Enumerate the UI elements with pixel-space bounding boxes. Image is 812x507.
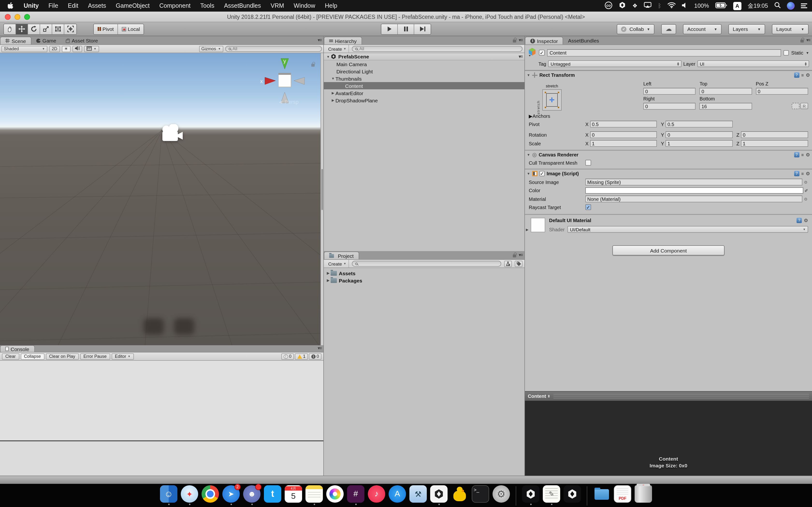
color-swatch[interactable] — [585, 187, 804, 193]
help-icon[interactable]: ? — [794, 72, 800, 78]
presets-icon[interactable]: ≡ — [801, 73, 804, 77]
dock-spark-mail[interactable]: ➤2 — [222, 485, 240, 505]
hierarchy-item-directional-light[interactable]: Directional Light — [324, 68, 524, 75]
dock-chrome[interactable] — [201, 485, 219, 503]
dock-terminal[interactable]: >_ — [471, 485, 490, 503]
tab-console[interactable]: Console — [0, 345, 35, 352]
dock-slack[interactable]: # — [347, 485, 365, 505]
bottom-field[interactable]: 16 — [700, 103, 752, 110]
rotate-tool-button[interactable] — [28, 24, 40, 34]
step-button[interactable] — [414, 24, 430, 34]
scale-x-field[interactable]: 1 — [590, 140, 657, 147]
pause-button[interactable] — [398, 24, 414, 34]
account-dropdown[interactable]: Account▼ — [683, 24, 722, 34]
scene-row-menu-icon[interactable]: ▾≡ — [519, 54, 522, 59]
console-info-filter[interactable]: !0 — [281, 353, 294, 359]
static-dropdown-icon[interactable]: ▼ — [806, 51, 809, 54]
pivot-y-field[interactable]: 0.5 — [666, 121, 732, 127]
component-expander-icon[interactable]: ▼ — [527, 153, 530, 157]
project-folder-assets[interactable]: ▶Assets — [324, 270, 524, 277]
hierarchy-item-content[interactable]: Content — [324, 82, 524, 89]
tab-asset-store[interactable]: Asset Store — [61, 37, 103, 44]
menu-window[interactable]: Window — [289, 2, 320, 9]
local-toggle-button[interactable]: Local — [118, 24, 144, 34]
collab-dropdown[interactable]: ✓Collab▼ — [617, 24, 654, 34]
tag-dropdown[interactable]: Untagged — [548, 60, 681, 67]
console-panel-menu-icon[interactable]: ▾≡ — [317, 346, 321, 350]
project-create-dropdown[interactable]: Create▼ — [326, 260, 349, 268]
material-expander-icon[interactable]: ▶ — [526, 228, 528, 232]
battery-icon[interactable] — [715, 2, 727, 9]
left-field[interactable]: 0 — [643, 88, 696, 95]
dock-cyberduck[interactable] — [451, 485, 469, 503]
help-icon[interactable]: ? — [794, 171, 800, 176]
tidal-icon[interactable]: ❖ — [632, 2, 638, 9]
creative-cloud-icon[interactable]: co — [605, 1, 613, 10]
hierarchy-create-dropdown[interactable]: Create▼ — [326, 45, 349, 53]
presets-icon[interactable]: ≡ — [801, 152, 804, 157]
hierarchy-item-avatareditor[interactable]: ▶AvatarEditor — [324, 89, 524, 97]
component-expander-icon[interactable]: ▼ — [527, 172, 530, 175]
volume-icon[interactable] — [682, 2, 688, 9]
presets-icon[interactable]: ≡ — [801, 171, 804, 176]
static-checkbox[interactable] — [783, 50, 789, 55]
hierarchy-item-thumbnails[interactable]: ▼Thumbnails — [324, 75, 524, 82]
bluetooth-icon[interactable]: ᛒ — [658, 2, 661, 9]
inspector-panel-menu-icon[interactable]: ▾≡ — [806, 38, 810, 43]
zoom-button[interactable] — [24, 14, 30, 20]
hierarchy-item-main-camera[interactable]: Main Camera — [324, 60, 524, 68]
raycast-target-checkbox[interactable]: ✓ — [585, 204, 591, 210]
menu-tools[interactable]: Tools — [196, 2, 219, 9]
expander-icon[interactable]: ▶ — [326, 278, 331, 282]
menu-unity[interactable]: Unity — [19, 2, 44, 9]
siri-icon[interactable] — [787, 2, 795, 10]
object-picker-icon[interactable]: ⊙ — [803, 179, 808, 185]
spotlight-search-icon[interactable] — [774, 2, 780, 10]
preview-header[interactable]: Content⇕ — [525, 391, 812, 401]
cloud-button[interactable]: ☁ — [661, 24, 676, 34]
tab-scene[interactable]: Scene — [0, 37, 32, 44]
rotation-x-field[interactable]: 0 — [590, 131, 657, 138]
object-picker-icon[interactable]: ⊙ — [803, 196, 808, 202]
menu-assetbundles[interactable]: AssetBundles — [219, 2, 266, 9]
dock-unity-editor-2[interactable] — [563, 485, 581, 503]
gameobject-cube-icon[interactable] — [528, 47, 537, 58]
hierarchy-lock-icon[interactable] — [513, 39, 516, 42]
console-collapse-toggle[interactable]: Collapse — [20, 353, 44, 359]
dock-finder[interactable]: ☺ — [159, 485, 178, 505]
eyedropper-icon[interactable]: ✐ — [805, 188, 808, 193]
component-expander-icon[interactable]: ▼ — [527, 73, 530, 77]
project-search-input[interactable] — [352, 261, 501, 267]
material-thumbnail[interactable] — [531, 218, 545, 232]
tab-hierarchy[interactable]: Hierarchy — [324, 37, 362, 44]
dock-music[interactable]: ♪ — [367, 485, 386, 503]
dock-xcode[interactable]: ⚒ — [409, 485, 427, 503]
shader-dropdown[interactable]: UI/Default▼ — [568, 226, 808, 233]
preview-drag-handle[interactable] — [553, 394, 809, 398]
2d-toggle-button[interactable]: 2D — [49, 46, 60, 52]
dock-textedit[interactable]: ✎ — [542, 485, 561, 505]
pivot-x-field[interactable]: 0.5 — [590, 121, 657, 127]
hierarchy-panel-menu-icon[interactable]: ▾≡ — [519, 38, 522, 43]
gameobject-name-field[interactable]: Content — [547, 49, 781, 56]
unity-status-icon[interactable] — [619, 1, 626, 10]
console-error-filter[interactable]: !0 — [309, 353, 321, 359]
add-component-button[interactable]: Add Component — [612, 245, 724, 256]
gear-icon[interactable]: ⚙ — [804, 218, 808, 223]
scene-lock-icon[interactable] — [311, 60, 315, 68]
layers-dropdown[interactable]: Layers▼ — [728, 24, 765, 34]
help-icon[interactable]: ? — [797, 218, 802, 223]
hierarchy-item-dropshadowplane[interactable]: ▶DropShadowPlane — [324, 97, 524, 104]
camera-gizmo-icon[interactable] — [159, 124, 185, 144]
menu-help[interactable]: Help — [320, 2, 342, 9]
minimize-button[interactable] — [14, 14, 20, 20]
posz-field[interactable]: 0 — [756, 88, 808, 95]
scale-z-field[interactable]: 1 — [741, 140, 808, 147]
play-button[interactable] — [382, 24, 398, 34]
console-clear-button[interactable]: Clear — [2, 353, 19, 359]
dock-photos[interactable] — [326, 485, 344, 503]
hand-tool-button[interactable] — [4, 24, 16, 34]
raw-edit-mode-button[interactable]: R — [800, 103, 808, 109]
scene-audio-toggle[interactable] — [72, 46, 82, 52]
tab-project[interactable]: Project — [324, 251, 359, 259]
